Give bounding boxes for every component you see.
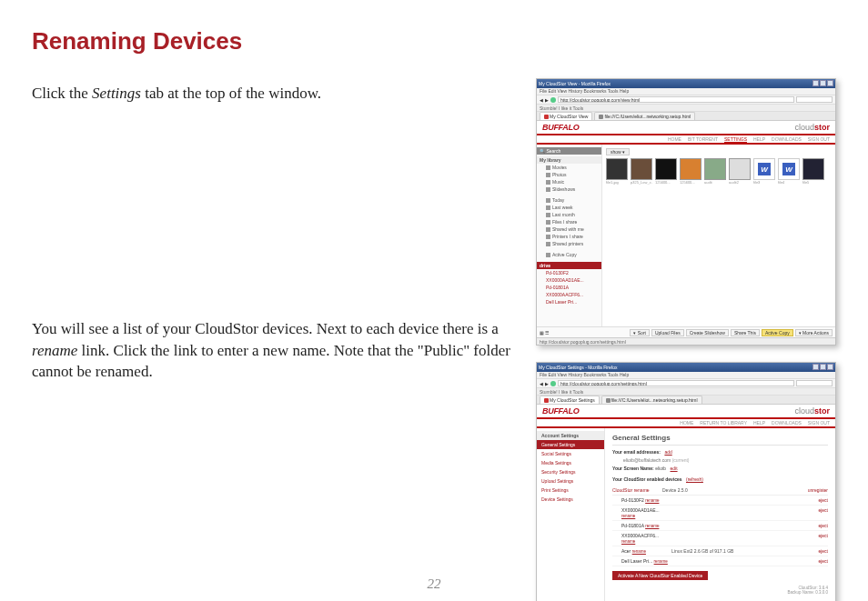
back-icon[interactable]: ◀ [540, 97, 543, 103]
tab-local-file[interactable]: file:///C:/Users/eliot...networking.setu… [601, 396, 702, 404]
rename-link[interactable]: rename [645, 524, 659, 528]
sidebar-heading-library: My library [537, 156, 601, 164]
thumbnail[interactable] [606, 158, 628, 180]
reload-icon[interactable] [550, 97, 556, 103]
sidebar-item-device-settings[interactable]: Device Settings [537, 495, 604, 504]
url-field[interactable]: http://cloudstor.pogoplug.com/settings.h… [558, 380, 794, 386]
browser-toolbar[interactable]: Stumble! I like it Tools [537, 105, 835, 112]
rename-link[interactable]: rename [654, 559, 668, 564]
sidebar-item-sharedprinters[interactable]: Shared printers [537, 240, 601, 247]
nav-help[interactable]: HELP [753, 136, 765, 142]
rename-link[interactable]: rename [621, 539, 635, 544]
share-this-button[interactable]: Share This [731, 329, 760, 336]
thumbnail[interactable] [704, 158, 726, 180]
nav-signout[interactable]: SIGN OUT [808, 136, 830, 142]
sidebar-device[interactable]: Dell Laser Pri... [537, 298, 601, 306]
nav-help[interactable]: HELP [753, 420, 765, 426]
refresh-devices-link[interactable]: (refresh) [686, 476, 703, 482]
sidebar-item-media-settings[interactable]: Media Settings [537, 458, 604, 467]
tab-local-file[interactable]: file:///C:/Users/eliot...networking.setu… [594, 112, 695, 120]
sidebar-item-lastweek[interactable]: Last week [537, 204, 601, 211]
nav-settings[interactable]: SETTINGS [724, 136, 747, 142]
url-field[interactable]: http://cloudstor.pogoplug.com/view.html [558, 96, 794, 103]
app-body: 🔍 Search My library Movies Photos Music … [537, 145, 835, 326]
sidebar-item-filesishare[interactable]: Files I share [537, 218, 601, 225]
nav-signout[interactable]: SIGN OUT [808, 420, 830, 426]
active-copy-button[interactable]: Active Copy [762, 329, 793, 336]
tab-cloudstor-view[interactable]: My CloudStor View [540, 112, 592, 120]
nav-home[interactable]: HOME [680, 420, 693, 426]
sidebar-item-slideshows[interactable]: Slideshows [537, 185, 601, 193]
eject-link[interactable]: eject [818, 548, 828, 554]
sidebar-device[interactable]: Pd-0130F2 [537, 269, 601, 276]
rename-link[interactable]: rename [634, 487, 650, 493]
sidebar-device[interactable]: XX0000AACFF6... [537, 291, 601, 298]
p1-part-a: Click the [32, 85, 92, 102]
search-box[interactable]: 🔍 Search [537, 147, 601, 155]
sort-button[interactable]: ▾ Sort [630, 329, 650, 336]
thumbnail[interactable] [631, 158, 652, 180]
unregister-link[interactable]: unregister [735, 487, 828, 493]
sidebar-device[interactable]: Pd-01801A [537, 284, 601, 291]
sidebar-item-activecopy[interactable]: Active Copy [537, 251, 601, 258]
thumbnail[interactable] [655, 158, 677, 180]
nav-downloads[interactable]: DOWNLOADS [772, 136, 802, 142]
calendar-icon [546, 213, 550, 217]
nav-return-to-library[interactable]: RETURN TO LIBRARY [700, 420, 747, 426]
thumbnail[interactable] [729, 158, 751, 180]
rename-link[interactable]: rename [632, 549, 646, 554]
nav-downloads[interactable]: DOWNLOADS [772, 420, 802, 426]
eject-link[interactable]: eject [818, 533, 828, 544]
sidebar-item-movies[interactable]: Movies [537, 164, 601, 171]
upload-files-button[interactable]: Upload Files [651, 329, 684, 336]
view-mode-icons[interactable]: ▦ ☰ [540, 330, 549, 336]
thumbnail[interactable] [802, 158, 824, 180]
search-box[interactable] [796, 380, 833, 386]
sidebar-item-photos[interactable]: Photos [537, 171, 601, 178]
app-header: BUFFALO cloudstor [537, 121, 835, 135]
browser-toolbar[interactable]: Stumble! I like it Tools [537, 388, 835, 396]
sidebar-item-music[interactable]: Music [537, 178, 601, 185]
window-controls[interactable] [812, 364, 833, 371]
eject-link[interactable]: eject [818, 523, 828, 528]
thumbnail-word-doc[interactable]: W [753, 158, 775, 180]
sidebar-item-lastmonth[interactable]: Last month [537, 211, 601, 218]
browser-menubar[interactable]: File Edit View History Bookmarks Tools H… [537, 372, 835, 379]
sidebar-item-print-settings[interactable]: Print Settings [537, 486, 604, 495]
reload-icon[interactable] [550, 381, 556, 386]
window-titlebar: My CloudStor View - Mozilla Firefox [537, 79, 835, 88]
eject-link[interactable]: eject [818, 507, 828, 518]
search-box[interactable] [796, 96, 833, 103]
sidebar-item-today[interactable]: Today [537, 196, 601, 204]
rename-link[interactable]: rename [621, 514, 635, 518]
browser-tabs[interactable]: My CloudStor View file:///C:/Users/eliot… [537, 112, 835, 121]
show-dropdown[interactable]: show ▾ [606, 148, 630, 155]
sidebar-item-security-settings[interactable]: Security Settings [537, 467, 604, 476]
window-controls[interactable] [812, 80, 833, 87]
browser-menubar[interactable]: File Edit View History Bookmarks Tools H… [537, 88, 835, 95]
thumbnail[interactable] [680, 158, 701, 180]
add-email-link[interactable]: add [664, 449, 671, 455]
forward-icon[interactable]: ▶ [545, 381, 549, 386]
eject-link[interactable]: eject [818, 558, 828, 564]
rename-link[interactable]: rename [645, 498, 659, 503]
nav-home[interactable]: HOME [668, 136, 681, 142]
sidebar-item-social-settings[interactable]: Social Settings [537, 449, 604, 458]
more-actions-button[interactable]: ▾ More Actions [795, 329, 833, 336]
sidebar-item-general-settings[interactable]: General Settings [537, 440, 604, 449]
sidebar-item-printersishare[interactable]: Printers I share [537, 233, 601, 240]
nav-bittorrent[interactable]: BIT TORRENT [688, 136, 718, 142]
back-icon[interactable]: ◀ [540, 381, 543, 386]
browser-tabs[interactable]: My CloudStor Settings file:///C:/Users/e… [537, 396, 835, 405]
thumbnail-word-doc[interactable]: W [778, 158, 800, 180]
forward-icon[interactable]: ▶ [545, 97, 549, 103]
browser-addressbar[interactable]: ◀ ▶ http://cloudstor.pogoplug.com/view.h… [537, 95, 835, 105]
create-slideshow-button[interactable]: Create Slideshow [686, 329, 729, 336]
browser-addressbar[interactable]: ◀ ▶ http://cloudstor.pogoplug.com/settin… [537, 379, 835, 388]
sidebar-item-upload-settings[interactable]: Upload Settings [537, 476, 604, 486]
edit-screen-name-link[interactable]: edit [671, 466, 678, 471]
sidebar-item-sharedwithme[interactable]: Shared with me [537, 225, 601, 233]
tab-cloudstor-settings[interactable]: My CloudStor Settings [540, 396, 600, 404]
sidebar-device[interactable]: XX0000AAD1AE... [537, 276, 601, 284]
eject-link[interactable]: eject [818, 497, 828, 503]
